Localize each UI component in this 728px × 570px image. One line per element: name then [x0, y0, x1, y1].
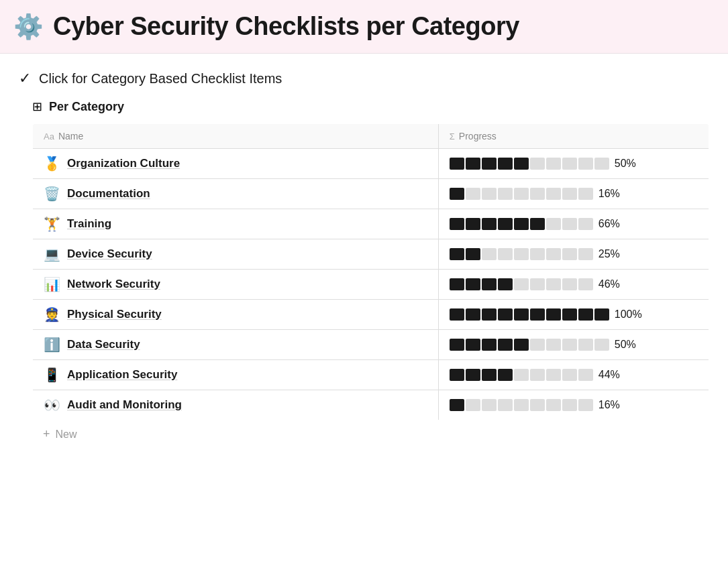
progress-block: [466, 399, 480, 411]
progress-block: [450, 218, 464, 230]
row-name-content: 👀 Audit and Monitoring: [44, 397, 427, 413]
progress-block: [482, 278, 497, 290]
progress-bar: [450, 339, 609, 351]
row-emoji: 👀: [44, 397, 60, 413]
progress-percent: 46%: [599, 278, 628, 290]
table-row[interactable]: 🗑️ Documentation 16%: [33, 179, 709, 209]
row-name-text: Documentation: [67, 187, 150, 201]
row-emoji: 📊: [44, 276, 60, 292]
page-title: Cyber Security Checklists per Category: [53, 12, 519, 41]
new-row-button[interactable]: + New: [32, 420, 709, 448]
row-emoji: 🥇: [44, 156, 60, 172]
progress-block: [450, 188, 464, 200]
progress-block: [498, 158, 513, 170]
table-grid-icon: ⊞: [32, 99, 42, 114]
progress-block: [594, 308, 609, 321]
progress-bar: [450, 218, 593, 230]
row-name-cell: 💻 Device Security: [33, 239, 439, 270]
row-name-text: Application Security: [67, 368, 177, 382]
progress-block: [514, 248, 529, 260]
progress-block: [562, 188, 577, 200]
row-name-cell: 🥇 Organization Culture: [33, 149, 439, 179]
progress-block: [546, 278, 561, 290]
col-progress-label: Progress: [459, 131, 497, 141]
progress-percent: 50%: [615, 158, 644, 170]
progress-block: [546, 339, 561, 351]
progress-block: [482, 158, 497, 170]
progress-block: [530, 308, 545, 321]
row-name-cell: 🏋️ Training: [33, 209, 439, 239]
progress-block: [530, 248, 545, 260]
progress-block: [466, 158, 480, 170]
table-row[interactable]: 💻 Device Security 25%: [33, 239, 709, 270]
progress-block: [514, 308, 529, 321]
table-row[interactable]: 🏋️ Training 66%: [33, 209, 709, 239]
table-row[interactable]: 🥇 Organization Culture 50%: [33, 149, 709, 179]
progress-percent: 25%: [599, 248, 628, 260]
row-name-content: 💻 Device Security: [44, 246, 427, 262]
progress-block: [562, 278, 577, 290]
progress-cell-content: 66%: [450, 218, 698, 230]
progress-block: [482, 308, 497, 321]
progress-block: [546, 158, 561, 170]
progress-block: [514, 369, 529, 381]
progress-block: [450, 399, 464, 411]
progress-block: [530, 278, 545, 290]
row-name-text: Device Security: [67, 247, 152, 261]
row-emoji: 📱: [44, 367, 60, 383]
progress-block: [530, 399, 545, 411]
progress-percent: 16%: [599, 399, 628, 411]
row-name-text: Data Security: [67, 338, 140, 351]
progress-block: [594, 158, 609, 170]
row-progress-cell: 50%: [438, 330, 709, 360]
progress-block: [562, 369, 577, 381]
table-label: Per Category: [49, 100, 124, 114]
progress-block: [466, 369, 480, 381]
progress-block: [530, 218, 545, 230]
progress-block: [546, 399, 561, 411]
progress-block: [578, 188, 593, 200]
row-name-content: 📊 Network Security: [44, 276, 427, 292]
progress-block: [482, 218, 497, 230]
col-header-progress: Σ Progress: [438, 124, 709, 149]
section-title: Click for Category Based Checklist Items: [39, 71, 282, 87]
plus-icon: +: [43, 427, 50, 441]
progress-block: [530, 188, 545, 200]
progress-block: [562, 158, 577, 170]
progress-block: [498, 188, 513, 200]
row-progress-cell: 25%: [438, 239, 709, 270]
categories-table: Aa Name Σ Progress 🥇 Organizatio: [32, 123, 709, 420]
progress-block: [466, 339, 480, 351]
table-row[interactable]: 👀 Audit and Monitoring 16%: [33, 390, 709, 420]
table-row[interactable]: 📱 Application Security 44%: [33, 360, 709, 390]
progress-block: [498, 248, 513, 260]
progress-block: [514, 158, 529, 170]
progress-block: [450, 158, 464, 170]
progress-block: [450, 308, 464, 321]
row-name-content: 📱 Application Security: [44, 367, 427, 383]
col-progress-icon: Σ: [450, 131, 455, 141]
progress-block: [578, 158, 593, 170]
row-progress-cell: 44%: [438, 360, 709, 390]
checkmark-icon: ✓: [19, 70, 31, 87]
row-name-cell: 👀 Audit and Monitoring: [33, 390, 439, 420]
progress-percent: 16%: [599, 188, 628, 200]
table-row[interactable]: 👮 Physical Security 100%: [33, 300, 709, 330]
row-name-content: 👮 Physical Security: [44, 306, 427, 323]
progress-block: [578, 399, 593, 411]
progress-block: [578, 339, 593, 351]
progress-block: [578, 218, 593, 230]
row-emoji: 💻: [44, 246, 60, 262]
row-name-text: Training: [67, 217, 111, 231]
main-content: ✓ Click for Category Based Checklist Ite…: [0, 54, 728, 464]
progress-block: [498, 308, 513, 321]
table-label-row: ⊞ Per Category: [32, 99, 709, 114]
row-name-cell: 👮 Physical Security: [33, 300, 439, 330]
progress-block: [530, 369, 545, 381]
row-name-content: ℹ️ Data Security: [44, 337, 427, 353]
table-row[interactable]: ℹ️ Data Security 50%: [33, 330, 709, 360]
table-row[interactable]: 📊 Network Security 46%: [33, 270, 709, 300]
progress-percent: 50%: [615, 339, 644, 351]
row-progress-cell: 46%: [438, 270, 709, 300]
progress-block: [514, 339, 529, 351]
